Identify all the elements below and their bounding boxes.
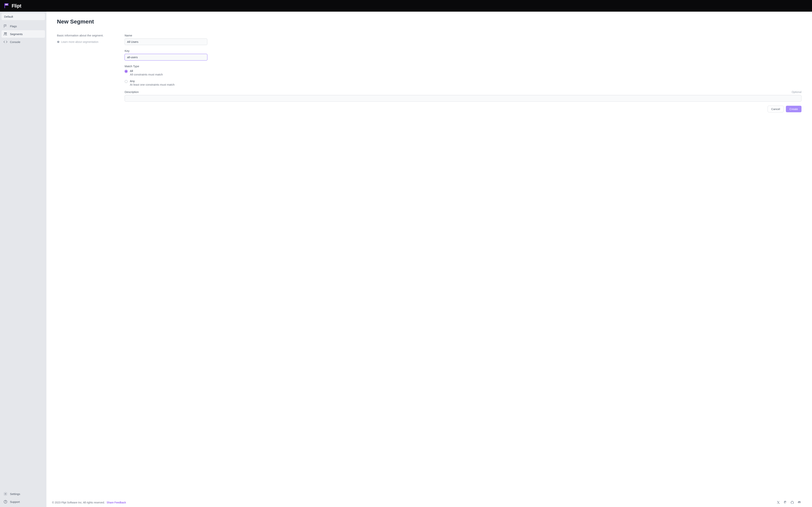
main-content: New Segment Basic information about the … bbox=[46, 12, 812, 507]
sidebar-bottom: Settings Support bbox=[1, 490, 45, 506]
copyright-text: © 2023 Flipt Software Inc. All rights re… bbox=[52, 501, 105, 504]
svg-point-7 bbox=[58, 42, 58, 43]
page-title: New Segment bbox=[57, 18, 802, 25]
field-description: Description Optional bbox=[124, 90, 802, 102]
sidebar: Default Flags Segments bbox=[0, 12, 46, 507]
radio-icon bbox=[124, 80, 128, 83]
mastodon-icon[interactable] bbox=[783, 501, 787, 504]
code-icon bbox=[3, 40, 7, 44]
svg-point-1 bbox=[4, 33, 5, 34]
sidebar-item-support[interactable]: Support bbox=[1, 498, 45, 506]
flag-icon bbox=[3, 24, 7, 28]
form-left-column: Basic information about the segment. Lea… bbox=[57, 34, 113, 43]
sidebar-item-console[interactable]: Console bbox=[1, 38, 45, 46]
learn-more-link[interactable]: Learn more about segmentation bbox=[57, 40, 113, 43]
name-label: Name bbox=[124, 34, 132, 37]
x-icon[interactable] bbox=[776, 501, 780, 504]
discord-icon[interactable] bbox=[798, 500, 802, 504]
sidebar-item-label: Segments bbox=[10, 33, 23, 36]
description-input[interactable] bbox=[124, 95, 802, 102]
svg-rect-0 bbox=[4, 3, 5, 8]
topbar: Flipt bbox=[0, 0, 812, 12]
sidebar-item-label: Console bbox=[10, 40, 20, 44]
footer-left: © 2023 Flipt Software Inc. All rights re… bbox=[52, 501, 126, 504]
sidebar-nav: Flags Segments Console bbox=[1, 22, 45, 46]
brand-logo[interactable]: Flipt bbox=[3, 3, 21, 9]
radio-option-any[interactable]: Any At least one constraints must match bbox=[124, 79, 802, 86]
field-name: Name bbox=[124, 34, 802, 45]
match-type-radio-group: All All constraints must match Any At le… bbox=[124, 69, 802, 86]
radio-label: All bbox=[130, 69, 163, 72]
footer-right bbox=[776, 500, 802, 504]
key-input[interactable] bbox=[124, 54, 207, 60]
github-icon[interactable] bbox=[791, 501, 794, 504]
radio-description: At least one constraints must match bbox=[130, 83, 174, 86]
field-match-type: Match Type All All constraints must matc… bbox=[124, 65, 802, 86]
name-input[interactable] bbox=[124, 39, 207, 45]
users-icon bbox=[3, 32, 7, 36]
form-button-row: Cancel Create bbox=[124, 106, 802, 112]
sidebar-item-label: Flags bbox=[10, 24, 17, 28]
radio-option-all[interactable]: All All constraints must match bbox=[124, 69, 802, 76]
gear-icon bbox=[3, 492, 7, 496]
form-container: Basic information about the segment. Lea… bbox=[57, 34, 802, 112]
radio-label: Any bbox=[130, 79, 174, 82]
footer: © 2023 Flipt Software Inc. All rights re… bbox=[46, 498, 812, 507]
field-key: Key bbox=[124, 49, 802, 60]
form-right-column: Name Key Match Type bbox=[124, 34, 802, 112]
key-label: Key bbox=[124, 49, 130, 52]
radio-icon bbox=[124, 70, 128, 73]
flipt-logo-icon bbox=[3, 3, 10, 9]
share-feedback-link[interactable]: Share Feedback bbox=[107, 501, 126, 504]
sidebar-item-label: Settings bbox=[10, 492, 20, 496]
radio-description: All constraints must match bbox=[130, 73, 163, 76]
sidebar-item-settings[interactable]: Settings bbox=[1, 490, 45, 498]
create-button[interactable]: Create bbox=[786, 106, 802, 112]
namespace-selector[interactable]: Default bbox=[1, 13, 45, 20]
description-label: Description bbox=[124, 90, 139, 94]
sidebar-item-label: Support bbox=[10, 500, 20, 503]
svg-point-2 bbox=[6, 33, 7, 34]
help-icon bbox=[3, 500, 7, 504]
sidebar-item-segments[interactable]: Segments bbox=[1, 30, 45, 38]
cancel-button[interactable]: Cancel bbox=[768, 106, 783, 112]
info-icon bbox=[57, 41, 60, 43]
match-type-label: Match Type bbox=[124, 65, 139, 68]
brand-name: Flipt bbox=[12, 3, 21, 9]
learn-more-text: Learn more about segmentation bbox=[61, 40, 98, 43]
form-hint: Basic information about the segment. bbox=[57, 34, 113, 37]
svg-point-3 bbox=[5, 493, 6, 494]
optional-text: Optional bbox=[792, 91, 802, 94]
sidebar-item-flags[interactable]: Flags bbox=[1, 22, 45, 30]
